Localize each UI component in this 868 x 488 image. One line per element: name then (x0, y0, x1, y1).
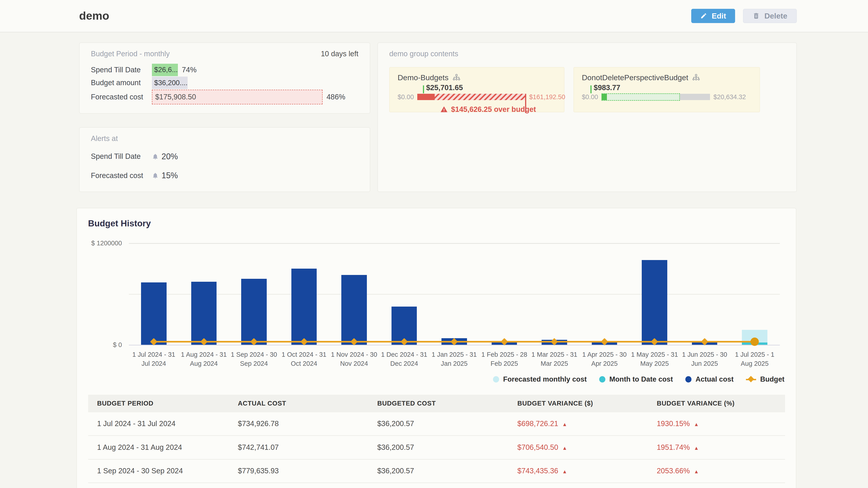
budget-period-card: Budget Period - monthly 10 days left Spe… (79, 42, 370, 113)
budget-item-donotdelete[interactable]: DonotDeletePerspectiveBudget $983.77 $0.… (574, 67, 760, 112)
budget-legend-icon (746, 376, 756, 383)
x-axis-tick-label: 1 Nov 2024 - 30Nov 2024 (329, 350, 379, 368)
bar-min-label: $0.00 (398, 93, 414, 101)
table-cell-period: 1 Jul 2024 - 31 Jul 2024 (88, 420, 229, 428)
hierarchy-icon (692, 74, 700, 81)
alerts-card: Alerts at Spend Till Date 20% Forecasted… (79, 127, 370, 192)
table-cell-var_pct: 1930.15%▲ (648, 420, 785, 428)
table-header-cell: ACTUAL COST (229, 400, 368, 407)
legend-color-dot (493, 376, 499, 383)
demo-budgets-bar (417, 94, 526, 100)
bar-min-label: $0.00 (582, 93, 598, 101)
x-axis-labels: 1 Jul 2024 - 31Jul 20241 Aug 2024 - 31Au… (129, 350, 780, 368)
budget-amount-row: Budget amount $36,200.... (91, 76, 359, 89)
group-contents-card: demo group contents Demo-Budgets $25,701… (377, 42, 797, 192)
spend-till-date-pct: 74% (182, 66, 197, 74)
legend-color-dot (685, 376, 692, 383)
x-axis-tick-label: 1 Jan 2025 - 31Jan 2025 (429, 350, 479, 368)
actual-cost-bar (291, 269, 317, 345)
trash-icon (752, 12, 760, 20)
budget-item-spend-amount: $983.77 (594, 84, 620, 92)
x-axis-tick-label: 1 Mar 2025 - 31Mar 2025 (529, 350, 580, 368)
table-cell-budgeted: $36,200.57 (368, 420, 508, 428)
x-axis-tick-label: 1 Jul 2025 - 1Aug 2025 (730, 350, 780, 368)
table-cell-actual: $779,635.93 (229, 467, 368, 475)
bar-max-label: $20,634.32 (713, 93, 746, 101)
variance-up-icon: ▲ (694, 469, 699, 475)
forecasted-cost-pct: 486% (327, 93, 345, 101)
budget-amount-bar: $36,200.... (152, 76, 188, 89)
table-header-cell: BUDGET PERIOD (88, 400, 229, 407)
variance-up-icon: ▲ (694, 445, 699, 451)
table-header-cell: BUDGET VARIANCE ($) (508, 400, 648, 407)
legend-item: Forecasted monthly cost (493, 375, 587, 383)
x-axis-tick-label: 1 Jun 2025 - 30Jun 2025 (680, 350, 730, 368)
budget-history-table: BUDGET PERIODACTUAL COSTBUDGETED COSTBUD… (88, 395, 785, 483)
actual-cost-bar (191, 282, 217, 345)
alert-row-spend: Spend Till Date 20% (91, 152, 359, 161)
variance-up-icon: ▲ (562, 469, 567, 475)
legend-label: Budget (760, 375, 784, 383)
budget-item-spend-amount: $25,701.65 (426, 84, 463, 92)
alerts-title: Alerts at (91, 134, 118, 143)
y-axis-zero-label: $ 0 (113, 341, 122, 349)
budget-history-panel: Budget History $ 1200000 $ 0 1 Jul 2024 … (76, 208, 796, 488)
spend-marker (590, 86, 592, 93)
x-axis-tick-label: 1 Aug 2024 - 31Aug 2024 (179, 350, 229, 368)
spend-segment (601, 94, 607, 100)
table-header-cell: BUDGET VARIANCE (%) (648, 400, 785, 407)
x-axis-tick-label: 1 Jul 2024 - 31Jul 2024 (129, 350, 179, 368)
actual-cost-bar (141, 283, 166, 345)
table-cell-budgeted: $36,200.57 (368, 467, 508, 475)
table-cell-var_pct: 2053.66%▲ (648, 467, 785, 475)
alert-row-forecast: Forecasted cost 15% (91, 171, 359, 180)
warning-icon (440, 106, 448, 113)
page-header: demo Edit Delete (0, 0, 868, 32)
chart-legend: Forecasted monthly costMonth to Date cos… (88, 375, 784, 383)
edit-button[interactable]: Edit (691, 9, 735, 23)
budget-period-title: Budget Period - monthly (91, 50, 170, 58)
legend-label: Month to Date cost (610, 375, 673, 383)
legend-label: Actual cost (695, 375, 734, 383)
legend-color-dot (599, 376, 606, 383)
gridline-top (129, 243, 780, 244)
x-axis-tick-label: 1 May 2025 - 31May 2025 (629, 350, 680, 368)
actual-cost-bar (642, 260, 667, 345)
alert-forecast-pct: 15% (162, 171, 178, 180)
table-row: 1 Aug 2024 - 31 Aug 2024$742,741.07$36,2… (88, 436, 785, 459)
table-cell-budgeted: $36,200.57 (368, 443, 508, 452)
over-budget-note: $145,626.25 over budget (398, 105, 556, 113)
table-cell-var_usd: $706,540.50▲ (508, 443, 648, 452)
budget-detail-page: demo Edit Delete Budget Period - mon (0, 0, 868, 488)
bell-icon (152, 172, 159, 179)
main-content: Budget Period - monthly 10 days left Spe… (0, 32, 868, 488)
table-cell-var_usd: $743,435.36▲ (508, 467, 648, 475)
budget-item-name: DonotDeletePerspectiveBudget (582, 73, 688, 82)
edit-button-label: Edit (712, 11, 726, 20)
table-row: 1 Jul 2024 - 31 Jul 2024$734,926.78$36,2… (88, 412, 785, 436)
table-body: 1 Jul 2024 - 31 Jul 2024$734,926.78$36,2… (88, 412, 785, 483)
table-cell-actual: $742,741.07 (229, 443, 368, 452)
table-cell-var_usd: $698,726.21▲ (508, 420, 648, 428)
delete-button-label: Delete (765, 11, 787, 20)
table-header-cell: BUDGETED COST (368, 400, 508, 407)
table-cell-period: 1 Sep 2024 - 30 Sep 2024 (88, 467, 229, 475)
y-axis-max-label: $ 1200000 (91, 239, 122, 247)
donotdelete-bar (601, 94, 710, 100)
budget-history-title: Budget History (88, 219, 790, 228)
x-axis-tick-label: 1 Oct 2024 - 31Oct 2024 (279, 350, 329, 368)
delete-button[interactable]: Delete (743, 9, 797, 23)
x-axis-tick-label: 1 Apr 2025 - 30Apr 2025 (579, 350, 629, 368)
actual-cost-bar (341, 275, 367, 345)
variance-up-icon: ▲ (694, 422, 699, 427)
legend-item: Actual cost (685, 375, 734, 383)
actual-cost-bar (241, 279, 267, 345)
group-contents-title: demo group contents (389, 50, 458, 58)
bar-max-label: $161,192.50 (529, 93, 565, 101)
legend-item: Month to Date cost (599, 375, 673, 383)
x-axis-tick-label: 1 Dec 2024 - 31Dec 2024 (379, 350, 429, 368)
days-left-label: 10 days left (321, 50, 358, 58)
spend-till-date-row: Spend Till Date $26,6... 74% (91, 64, 359, 76)
budget-item-demo-budgets[interactable]: Demo-Budgets $25,701.65 $0.00 (389, 67, 564, 112)
table-cell-var_pct: 1951.74%▲ (648, 443, 785, 452)
